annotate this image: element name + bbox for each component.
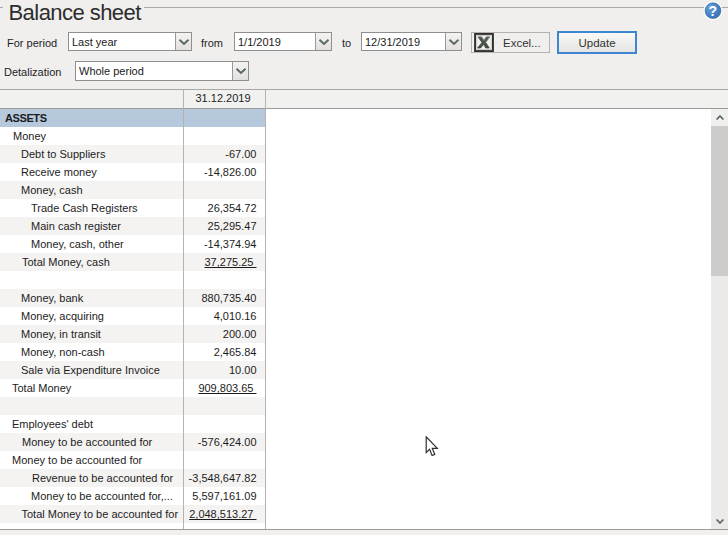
svg-text:?: ? xyxy=(709,3,718,19)
